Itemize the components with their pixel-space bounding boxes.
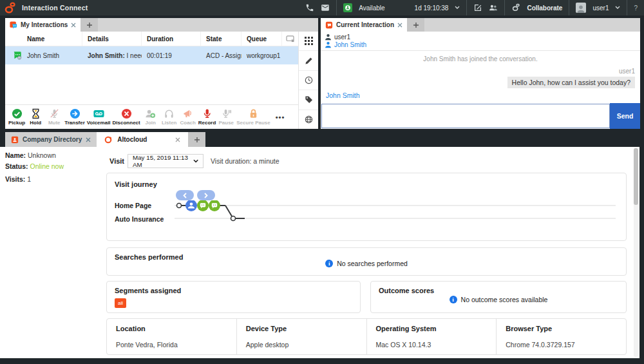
voicemail-button[interactable]: Voicemail	[87, 108, 111, 126]
plus-icon	[87, 23, 92, 28]
record-button[interactable]: Record	[198, 108, 216, 126]
coach-button: Coach	[180, 108, 196, 126]
column-header-state[interactable]: State	[201, 32, 242, 46]
status-section[interactable]: Available 1d 19:10:38	[337, 0, 466, 15]
outcomes-card: Outcome scores i No outcome scores avail…	[370, 281, 627, 313]
journey-next-button[interactable]	[197, 190, 215, 200]
tab-current-interaction[interactable]: Current Interaction	[321, 18, 407, 32]
collaborate-icon	[511, 3, 520, 12]
participant-customer[interactable]: John Smith	[325, 41, 636, 48]
current-interaction-panel: Current Interaction user1 John Smith Joh…	[321, 18, 640, 129]
journey-page-label: Home Page	[115, 202, 151, 209]
voicemail-icon	[93, 108, 104, 119]
tab-company-directory[interactable]: Company Directory	[5, 132, 97, 147]
transfer-button[interactable]: Transfer	[64, 108, 85, 126]
new-tab-button[interactable]	[80, 18, 98, 32]
visitor-name-value: Unknown	[28, 151, 56, 159]
column-header-details[interactable]: Details	[82, 32, 142, 46]
disconnect-button[interactable]: Disconnect	[113, 108, 140, 126]
altocloud-panel: Name: Unknown Status: Online now Visits:…	[0, 147, 639, 358]
user-menu[interactable]: user1	[569, 0, 627, 15]
hold-button[interactable]: Hold	[27, 108, 44, 126]
segments-card: Segments assigned all	[106, 281, 361, 313]
new-tab-button[interactable]	[407, 18, 424, 32]
listen-button: Listen	[161, 108, 178, 126]
journey-page-label: Auto Insurance	[115, 215, 164, 223]
visit-label: Visit	[109, 157, 124, 165]
tab-altocloud[interactable]: Altocloud	[97, 132, 188, 147]
close-icon[interactable]	[175, 137, 180, 142]
chevron-right-icon	[204, 193, 208, 198]
help-button[interactable]: ?	[634, 5, 638, 12]
row-state: ACD - Assign...	[201, 52, 242, 59]
journey-prev-button[interactable]	[176, 190, 194, 200]
phone-icon[interactable]	[305, 3, 314, 12]
interactions-table-header: Name Details Duration State Queue	[5, 32, 298, 46]
participant-agent[interactable]: user1	[325, 34, 636, 41]
info-icon: i	[450, 296, 457, 303]
web-tools-button[interactable]	[299, 110, 318, 129]
detail-browser-type: Browser Type Chrome 74.0.3729.157	[497, 319, 626, 354]
window-bottom-edge	[0, 358, 644, 364]
clock-icon	[305, 76, 313, 84]
scrollbar-track[interactable]	[634, 148, 638, 357]
visitor-name-label: Name:	[5, 151, 26, 159]
system-message: John Smith has joined the conversation.	[326, 55, 635, 62]
segments-title: Segments assigned	[115, 287, 181, 294]
chevron-down-icon[interactable]	[455, 6, 460, 10]
more-actions-button[interactable]: •••	[274, 113, 287, 121]
app-title: Interaction Connect	[22, 4, 88, 12]
person-icon	[325, 34, 332, 41]
directory-tab-icon	[11, 136, 19, 144]
outcomes-title: Outcome scores	[379, 287, 434, 294]
column-header-queue[interactable]: Queue	[242, 32, 282, 46]
tags-button[interactable]	[299, 90, 318, 110]
close-icon[interactable]	[397, 23, 402, 28]
join-icon	[145, 108, 156, 119]
column-header-name[interactable]: Name	[5, 32, 82, 46]
send-button[interactable]: Send	[610, 103, 640, 129]
scrollbar-thumb[interactable]	[634, 148, 638, 205]
history-button[interactable]	[299, 71, 318, 90]
plus-icon	[413, 23, 419, 28]
email-icon[interactable]	[321, 3, 330, 12]
visitor-status-value: Online now	[30, 162, 64, 170]
pickup-button[interactable]: Pickup	[8, 108, 25, 126]
compose-icon[interactable]	[473, 3, 482, 12]
collaborate-button[interactable]: Collaborate	[505, 0, 569, 15]
row-queue: workgroup1	[242, 52, 282, 59]
coach-icon	[182, 108, 193, 119]
chevron-down-icon	[193, 159, 198, 163]
pickup-icon	[12, 108, 23, 119]
column-settings-icon[interactable]	[286, 35, 294, 43]
apps-grid-button[interactable]	[299, 32, 318, 51]
close-icon[interactable]	[71, 23, 76, 28]
mute-icon	[49, 108, 60, 119]
tab-label: My Interactions	[21, 21, 68, 28]
tag-icon	[305, 95, 313, 104]
message-input[interactable]	[321, 104, 610, 128]
disconnect-icon	[121, 108, 132, 119]
column-header-duration[interactable]: Duration	[142, 32, 201, 46]
tab-my-interactions[interactable]: My Interactions	[5, 18, 80, 32]
visit-date-value: May 15, 2019 11:13 AM	[133, 154, 193, 168]
new-tab-button[interactable]	[188, 132, 205, 147]
segment-badge[interactable]: all	[115, 298, 126, 308]
close-icon[interactable]	[86, 137, 91, 142]
people-icon[interactable]	[489, 3, 498, 12]
altocloud-tab-icon	[104, 136, 112, 144]
visit-date-dropdown[interactable]: May 15, 2019 11:13 AM	[128, 154, 204, 168]
participants-list: user1 John Smith	[321, 32, 640, 51]
interaction-row[interactable]: John Smith John Smith: I need so... 00:0…	[5, 46, 298, 64]
journey-title: Visit journey	[115, 180, 157, 188]
notes-button[interactable]	[299, 51, 318, 70]
record-icon	[202, 108, 213, 119]
tab-label: Altocloud	[117, 136, 147, 143]
top-bar: Interaction Connect Available 1d 19:10:3…	[0, 0, 644, 15]
listen-icon	[164, 108, 175, 119]
join-button: Join	[142, 108, 159, 126]
genesys-logo-icon	[4, 2, 17, 14]
row-name: John Smith	[27, 52, 59, 59]
available-status-icon	[343, 3, 352, 12]
chevron-left-icon	[183, 193, 187, 198]
